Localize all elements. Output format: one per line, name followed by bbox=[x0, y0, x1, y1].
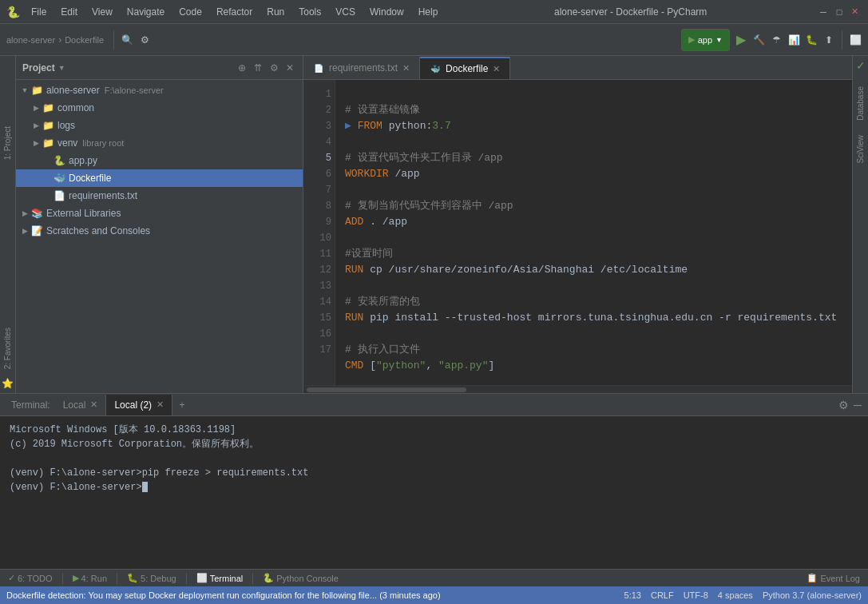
editor-area: 📄 requirements.txt ✕ 🐳 Dockerfile ✕ 1 2 … bbox=[303, 56, 852, 393]
tree-item-dockerfile[interactable]: 🐳 Dockerfile bbox=[16, 169, 303, 187]
line17-plain1: [ bbox=[363, 360, 376, 372]
terminal-icon: ⬜ bbox=[196, 573, 208, 583]
menu-help[interactable]: Help bbox=[412, 5, 445, 19]
dockerfile-label: Dockerfile bbox=[69, 173, 111, 184]
tree-item-logs[interactable]: ▶ 📁 logs bbox=[16, 117, 303, 134]
event-log-label: Event Log bbox=[820, 574, 860, 583]
editor-hscrollbar[interactable] bbox=[303, 385, 852, 393]
add-terminal-button[interactable]: + bbox=[172, 394, 192, 416]
tree-item-external-libs[interactable]: ▶ 📚 External Libraries bbox=[16, 205, 303, 222]
maximize-button[interactable]: □ bbox=[833, 6, 846, 18]
menu-refactor[interactable]: Refactor bbox=[210, 5, 259, 19]
breadcrumb-file: Dockerfile bbox=[65, 35, 104, 45]
code-content[interactable]: # 设置基础镜像 ▶ FROM python:3.7 # 设置代码文件夹工作目录… bbox=[335, 80, 852, 385]
line-num-12: 12 bbox=[307, 262, 331, 278]
line2-arrow: ▶ bbox=[345, 120, 358, 132]
menu-run[interactable]: Run bbox=[260, 5, 291, 19]
local-tab-close[interactable]: ✕ bbox=[90, 399, 97, 410]
tab-dockerfile[interactable]: 🐳 Dockerfile ✕ bbox=[420, 57, 510, 79]
settings-panel-icon[interactable]: ⚙ bbox=[268, 62, 280, 74]
debug-button[interactable]: 🐛 bbox=[805, 34, 818, 46]
settings-icon[interactable]: ⚙ bbox=[138, 34, 151, 46]
line13-comment: # 安装所需的包 bbox=[345, 296, 420, 308]
debug-button[interactable]: 🐛 5: Debug bbox=[124, 573, 180, 583]
sep4 bbox=[252, 573, 253, 584]
build-button[interactable]: 🔨 bbox=[752, 34, 765, 46]
toolbar-separator-2 bbox=[842, 30, 842, 50]
todo-label: 6: TODO bbox=[18, 574, 53, 583]
line-ending-indicator[interactable]: CRLF bbox=[651, 590, 674, 600]
local2-tab-close[interactable]: ✕ bbox=[157, 399, 164, 410]
line-num-10: 10 bbox=[307, 230, 331, 246]
tree-item-scratches[interactable]: ▶ 📝 Scratches and Consoles bbox=[16, 222, 303, 240]
close-panel-icon[interactable]: ✕ bbox=[283, 62, 296, 74]
encoding-indicator[interactable]: UTF-8 bbox=[684, 590, 708, 600]
checkmark: ✓ bbox=[856, 59, 866, 72]
run-button[interactable]: ▶ bbox=[735, 34, 747, 46]
docker-file-icon: 🐳 bbox=[53, 172, 65, 185]
tree-item-apppy[interactable]: 🐍 app.py bbox=[16, 152, 303, 169]
menu-navigate[interactable]: Navigate bbox=[121, 5, 171, 19]
line4-comment: # 设置代码文件夹工作目录 /app bbox=[345, 152, 503, 164]
profile-button[interactable]: 📊 bbox=[787, 34, 800, 46]
tree-root[interactable]: ▼ 📁 alone-server F:\alone-server bbox=[16, 81, 303, 99]
terminal-line-5: (venv) F:\alone-server> bbox=[10, 480, 858, 495]
requirements-label: requirements.txt bbox=[69, 190, 137, 201]
venv-folder-icon: 📁 bbox=[42, 137, 54, 149]
collapse-all-icon[interactable]: ⇈ bbox=[252, 62, 264, 74]
menu-edit[interactable]: Edit bbox=[54, 5, 84, 19]
line-num-7: 7 bbox=[307, 182, 331, 198]
todo-button[interactable]: ✓ 6: TODO bbox=[5, 573, 56, 583]
close-button[interactable]: ✕ bbox=[849, 6, 862, 18]
line11-kw: RUN bbox=[345, 264, 363, 276]
tab-requirements[interactable]: 📄 requirements.txt ✕ bbox=[303, 57, 420, 79]
line-col-indicator[interactable]: 5:13 bbox=[624, 590, 641, 600]
menu-vcs[interactable]: VCS bbox=[329, 5, 362, 19]
event-log-button[interactable]: 📋 Event Log bbox=[803, 573, 863, 583]
menu-tools[interactable]: Tools bbox=[292, 5, 327, 19]
terminal-minimize-icon[interactable]: ─ bbox=[854, 399, 862, 411]
requirements-tab-close[interactable]: ✕ bbox=[402, 63, 410, 74]
sciview-tab[interactable]: SciView bbox=[854, 129, 866, 169]
run-button[interactable]: ▶ 4: Run bbox=[69, 573, 110, 583]
tree-item-venv[interactable]: ▶ 📁 venv library root bbox=[16, 134, 303, 152]
hscrollbar-thumb[interactable] bbox=[307, 387, 466, 392]
minimize-button[interactable]: ─ bbox=[817, 6, 830, 18]
vcs-button[interactable]: ⬆ bbox=[822, 34, 835, 46]
txt-file-icon: 📄 bbox=[53, 189, 65, 202]
event-log-icon: 📋 bbox=[807, 573, 818, 583]
tab-bar: 📄 requirements.txt ✕ 🐳 Dockerfile ✕ bbox=[303, 56, 852, 80]
status-right: 5:13 CRLF UTF-8 4 spaces Python 3.7 (alo… bbox=[624, 590, 862, 600]
menu-view[interactable]: View bbox=[85, 5, 119, 19]
python-console-button[interactable]: 🐍 Python Console bbox=[260, 573, 342, 583]
terminal-settings-icon[interactable]: ⚙ bbox=[838, 399, 849, 411]
python-version-indicator[interactable]: Python 3.7 (alone-server) bbox=[763, 590, 862, 600]
sidebar-project-tab[interactable]: 1: Project bbox=[2, 120, 14, 166]
dockerfile-tab-close[interactable]: ✕ bbox=[493, 64, 500, 74]
line-num-9: 9 bbox=[307, 214, 331, 230]
terminal-window-button[interactable]: ⬜ Terminal bbox=[193, 573, 247, 583]
encoding-value: UTF-8 bbox=[684, 590, 708, 600]
terminal-tab-local2[interactable]: Local (2) ✕ bbox=[106, 395, 172, 415]
database-tab[interactable]: Database bbox=[854, 80, 866, 127]
panel-dropdown-arrow[interactable]: ▼ bbox=[58, 64, 65, 72]
terminal-tab-local[interactable]: Local ✕ bbox=[55, 395, 107, 415]
menu-code[interactable]: Code bbox=[172, 5, 208, 19]
tree-item-common[interactable]: ▶ 📁 common bbox=[16, 99, 303, 117]
run-config-button[interactable]: ▶ app ▼ bbox=[681, 29, 730, 51]
status-bar: Dockerfile detection: You may setup Dock… bbox=[0, 586, 868, 604]
bottom-panel: Terminal: Local ✕ Local (2) ✕ + ⚙ ─ Micr… bbox=[0, 393, 868, 569]
breadcrumb-project: alone-server bbox=[6, 35, 55, 45]
tree-item-requirements[interactable]: 📄 requirements.txt bbox=[16, 187, 303, 205]
star-icon[interactable]: ⭐ bbox=[2, 377, 14, 390]
sidebar-favorites-tab[interactable]: 2: Favorites bbox=[2, 321, 14, 376]
coverage-button[interactable]: ☂ bbox=[770, 34, 783, 46]
locate-file-icon[interactable]: ⊕ bbox=[236, 62, 248, 74]
search-everywhere-icon[interactable]: 🔍 bbox=[121, 34, 133, 46]
menu-file[interactable]: File bbox=[25, 5, 53, 19]
indent-indicator[interactable]: 4 spaces bbox=[718, 590, 753, 600]
menu-window[interactable]: Window bbox=[363, 5, 410, 19]
project-panel: Project ▼ ⊕ ⇈ ⚙ ✕ ▼ 📁 alone-server F:\al… bbox=[16, 56, 303, 393]
terminal-button[interactable]: ⬜ bbox=[849, 34, 862, 46]
title-bar-left: 🐍 File Edit View Navigate Code Refactor … bbox=[6, 5, 444, 19]
